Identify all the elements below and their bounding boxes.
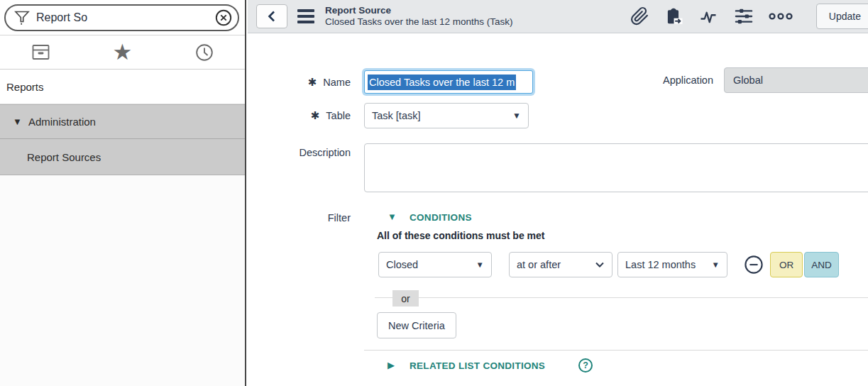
navigator-search-value[interactable]: Report So: [36, 11, 215, 24]
sidebar-item-label: Administration: [28, 116, 96, 128]
select-chevron-icon: [595, 261, 605, 268]
application-label: Application: [610, 67, 713, 93]
navigator-search-input[interactable]: Report So: [4, 4, 239, 31]
and-condition-button[interactable]: AND: [804, 252, 839, 277]
filter-label: Filter: [248, 211, 351, 225]
name-input-selected-text: Closed Tasks over the last 12 m: [368, 75, 516, 90]
funnel-icon: [14, 9, 30, 26]
page-subtitle: Closed Tasks over the last 12 months (Ta…: [325, 16, 513, 28]
conditions-collapse-triangle-icon[interactable]: ▼: [388, 211, 397, 222]
star-icon: ★: [113, 41, 133, 63]
condition-operator-select[interactable]: at or after: [509, 252, 612, 277]
or-divider-line: [375, 297, 868, 298]
related-list-expand-triangle-icon[interactable]: ▶: [388, 360, 395, 370]
navigator-tabs: ★: [0, 35, 245, 70]
report-source-form: ✱ Name Closed Tasks over the last 12 m A…: [248, 34, 868, 386]
remove-condition-button[interactable]: [744, 255, 764, 277]
sidebar-item-report-sources[interactable]: Report Sources: [0, 139, 245, 175]
conditions-section-header[interactable]: CONDITIONS: [410, 212, 472, 223]
sidebar-item-label: Report Sources: [27, 151, 101, 163]
app-navigator-sidebar: Report So ★: [0, 0, 246, 386]
header-actions: Update: [630, 4, 868, 29]
description-textarea[interactable]: [364, 143, 868, 192]
required-marker-icon: ✱: [308, 76, 317, 89]
record-header: Report Source Closed Tasks over the last…: [248, 0, 868, 33]
name-input[interactable]: Closed Tasks over the last 12 m: [364, 70, 533, 94]
condition-value-dropdown[interactable]: Last 12 months ▼: [617, 252, 727, 277]
sidebar-section-label: Reports: [6, 81, 44, 93]
navigator-search-area: Report So: [0, 0, 245, 35]
chevron-down-icon: ▼: [13, 116, 22, 127]
tab-all-applications[interactable]: [0, 35, 82, 69]
chevron-down-icon: ▼: [712, 260, 720, 269]
table-dropdown[interactable]: Task [task] ▼: [364, 103, 529, 128]
sidebar-item-administration[interactable]: ▼ Administration: [0, 104, 245, 139]
attachment-paperclip-icon[interactable]: [630, 6, 649, 26]
table-label: ✱ Table: [248, 103, 351, 128]
clipboard-export-icon[interactable]: [664, 6, 683, 26]
archive-box-icon: [31, 43, 50, 61]
tab-history[interactable]: [163, 35, 245, 69]
back-button[interactable]: [256, 4, 287, 28]
back-chevron-icon: [266, 10, 278, 23]
help-icon[interactable]: ?: [578, 358, 593, 373]
filter-sliders-icon[interactable]: [734, 6, 754, 26]
required-marker-icon: ✱: [311, 109, 320, 122]
chevron-down-icon: ▼: [512, 111, 521, 121]
more-options-icon[interactable]: [769, 11, 793, 21]
menu-hamburger-icon[interactable]: [297, 9, 314, 23]
sidebar-section-reports[interactable]: Reports: [0, 70, 245, 104]
update-button[interactable]: Update: [816, 4, 868, 29]
page-title: Report Source: [325, 5, 513, 16]
application-field: Global: [724, 67, 868, 93]
or-condition-button[interactable]: OR: [770, 252, 803, 277]
conditions-summary: All of these conditions must be met: [377, 230, 544, 241]
tab-favorites[interactable]: ★: [82, 35, 163, 69]
description-label: Description: [248, 145, 351, 160]
name-label: ✱ Name: [248, 70, 351, 94]
condition-field-dropdown[interactable]: Closed ▼: [378, 252, 492, 277]
record-title-block: Report Source Closed Tasks over the last…: [325, 5, 513, 28]
clear-circle-x-icon[interactable]: [215, 9, 232, 26]
activity-pulse-icon[interactable]: [698, 6, 719, 26]
chevron-down-icon: ▼: [476, 260, 484, 269]
or-divider-chip: or: [392, 290, 419, 307]
section-divider-line: [364, 350, 868, 351]
new-criteria-button[interactable]: New Criteria: [377, 312, 456, 338]
clock-icon: [195, 43, 214, 62]
related-list-conditions-header[interactable]: RELATED LIST CONDITIONS: [410, 360, 545, 371]
